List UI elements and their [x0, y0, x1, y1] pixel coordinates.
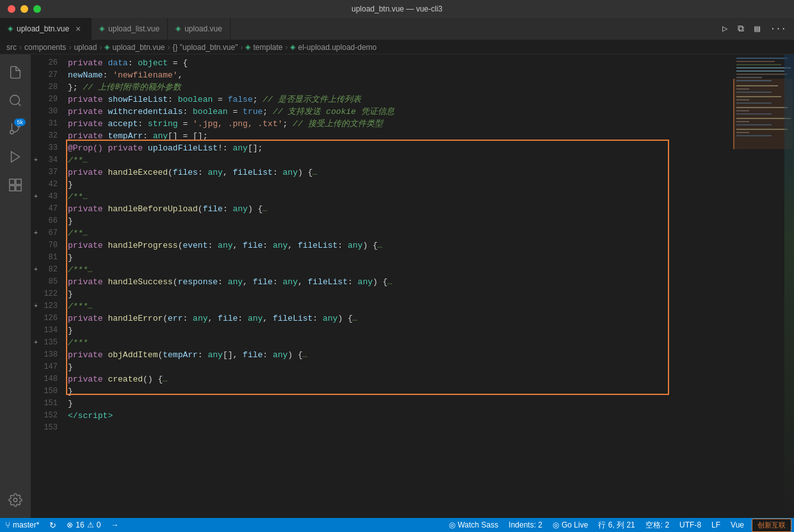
- breadcrumb-component-block[interactable]: {} "upload_btn.vue": [173, 43, 238, 52]
- svg-rect-6: [10, 179, 15, 184]
- code-line-82: + 82 /***…: [31, 264, 733, 276]
- minimize-button[interactable]: [20, 5, 28, 13]
- activity-extensions[interactable]: [3, 172, 28, 198]
- status-right: ◎ Watch Sass Indents: 2 ◎ Go Live 行 6, 列…: [444, 518, 794, 532]
- breadcrumb-template[interactable]: template: [253, 43, 282, 52]
- code-line-134: 134 }: [31, 325, 733, 337]
- code-line-47: 47 private handleBeforeUpload(file: any)…: [31, 203, 733, 215]
- encoding-label: UTF-8: [679, 520, 701, 529]
- minimap: [733, 54, 794, 518]
- activity-search[interactable]: [3, 88, 28, 113]
- svg-rect-13: [736, 64, 781, 65]
- tab-upload-btn[interactable]: ◈ upload_btn.vue ×: [0, 17, 92, 40]
- tab-label-1: upload_btn.vue: [17, 24, 69, 33]
- svg-rect-15: [736, 70, 784, 72]
- tab-bar: ◈ upload_btn.vue × ◈ upload_list.vue ◈ u…: [0, 18, 794, 40]
- code-line-28: 28 }; // 上传时附带的额外参数: [31, 81, 733, 93]
- git-branch-icon: ⑂: [5, 520, 10, 530]
- svg-rect-7: [16, 179, 21, 184]
- go-live-item[interactable]: ◎ Go Live: [547, 518, 593, 532]
- svg-marker-5: [12, 152, 20, 163]
- spaces-item[interactable]: 空格: 2: [640, 518, 674, 532]
- publish-item[interactable]: →: [106, 518, 124, 532]
- main-layout: 5k: [0, 54, 794, 518]
- tab-label-2: upload_list.vue: [108, 24, 159, 33]
- encoding-item[interactable]: UTF-8: [674, 518, 706, 532]
- line-col-label: 行 6, 列 21: [598, 520, 635, 531]
- code-line-152: 152 </script>: [31, 410, 733, 422]
- breadcrumb-template-icon: ◈: [245, 43, 250, 51]
- warning-count: 0: [97, 520, 101, 529]
- tab-close-1[interactable]: ×: [73, 24, 83, 34]
- watch-sass-item[interactable]: ◎ Watch Sass: [444, 518, 504, 532]
- code-line-34: + 34 /**…: [31, 154, 733, 166]
- code-line-32: 32 private tempArr: any[] = [];: [31, 130, 733, 142]
- svg-rect-11: [736, 58, 788, 59]
- breadcrumb-upload[interactable]: upload: [74, 43, 97, 52]
- close-button[interactable]: [8, 5, 15, 13]
- activity-explorer[interactable]: [3, 60, 28, 85]
- code-line-135: + 135 /***: [31, 337, 733, 349]
- traffic-lights: [8, 5, 41, 13]
- status-bar: ⑂ master* ↻ ⊗ 16 ⚠ 0 → ◎ Watch Sass Inde: [0, 518, 794, 532]
- line-col-item[interactable]: 行 6, 列 21: [593, 518, 640, 532]
- tab-upload-list[interactable]: ◈ upload_list.vue: [92, 17, 168, 40]
- title-bar: upload_btn.vue — vue-cli3: [0, 0, 794, 18]
- vue-icon-2: ◈: [99, 24, 104, 33]
- git-branch-item[interactable]: ⑂ master*: [0, 518, 44, 532]
- code-line-37: 37 private handleExceed(files: any, file…: [31, 166, 733, 179]
- tab-actions: ▷ ⧉ ▤ ···: [715, 17, 794, 40]
- breadcrumb-file[interactable]: upload_btn.vue: [112, 43, 165, 52]
- svg-rect-8: [10, 186, 15, 191]
- code-line-153: 153: [31, 422, 733, 434]
- code-line-29: 29 private showFileList: boolean = false…: [31, 93, 733, 106]
- sync-item[interactable]: ↻: [44, 518, 61, 532]
- breadcrumb-components[interactable]: components: [24, 43, 66, 52]
- eol-item[interactable]: LF: [706, 518, 725, 532]
- error-count: 16: [76, 520, 84, 529]
- app-window: upload_btn.vue — vue-cli3 ◈ upload_btn.v…: [0, 0, 794, 532]
- svg-rect-9: [16, 186, 21, 191]
- split-editor-icon[interactable]: ⧉: [735, 22, 747, 35]
- vue-icon-3: ◈: [175, 24, 181, 33]
- watch-sass-label: Watch Sass: [458, 520, 499, 529]
- code-line-138: 138 private objAddItem(tempArr: any[], f…: [31, 349, 733, 361]
- maximize-button[interactable]: [33, 5, 41, 13]
- code-line-33: 33 @Prop() private uploadFileList!: any[…: [31, 142, 733, 154]
- watermark: 创新互联: [752, 519, 791, 532]
- sync-icon: ↻: [49, 520, 56, 530]
- errors-item[interactable]: ⊗ 16 ⚠ 0: [61, 518, 106, 532]
- vue-icon-1: ◈: [8, 24, 13, 33]
- language-label: Vue: [731, 520, 744, 529]
- run-icon[interactable]: ▷: [720, 22, 730, 35]
- code-line-126: 126 private handleError(err: any, file: …: [31, 312, 733, 325]
- tab-upload[interactable]: ◈ upload.vue: [168, 17, 231, 40]
- code-line-147: 147 }: [31, 361, 733, 373]
- breadcrumb-src[interactable]: src: [6, 43, 17, 52]
- more-icon[interactable]: ···: [768, 22, 789, 35]
- spaces-label: 空格: 2: [645, 520, 669, 531]
- window-title: upload_btn.vue — vue-cli3: [352, 4, 442, 13]
- eol-label: LF: [711, 520, 720, 529]
- code-line-67: + 67 /**…: [31, 227, 733, 239]
- tab-label-3: upload.vue: [184, 24, 222, 33]
- go-live-icon: ◎: [553, 520, 559, 529]
- status-left: ⑂ master* ↻ ⊗ 16 ⚠ 0 →: [0, 518, 124, 532]
- layout-icon[interactable]: ▤: [752, 22, 762, 35]
- indents-item[interactable]: Indents: 2: [503, 518, 547, 532]
- svg-rect-35: [733, 79, 734, 149]
- svg-rect-17: [736, 77, 762, 78]
- code-editor[interactable]: 26 private data: object = { 27 newName: …: [31, 54, 733, 518]
- activity-source-control[interactable]: 5k: [3, 116, 28, 141]
- breadcrumb-element[interactable]: el-upload.upload-demo: [298, 43, 377, 52]
- error-icon: ⊗: [67, 520, 73, 529]
- svg-line-1: [18, 103, 20, 106]
- breadcrumb-vue-icon: ◈: [104, 43, 109, 51]
- activity-settings[interactable]: [3, 487, 28, 513]
- language-item[interactable]: Vue: [725, 518, 749, 532]
- svg-rect-14: [736, 67, 791, 69]
- code-line-27: 27 newName: 'newfilename',: [31, 69, 733, 81]
- activity-debug[interactable]: [3, 144, 28, 170]
- svg-rect-12: [736, 61, 775, 62]
- code-line-43: + 43 /**…: [31, 191, 733, 203]
